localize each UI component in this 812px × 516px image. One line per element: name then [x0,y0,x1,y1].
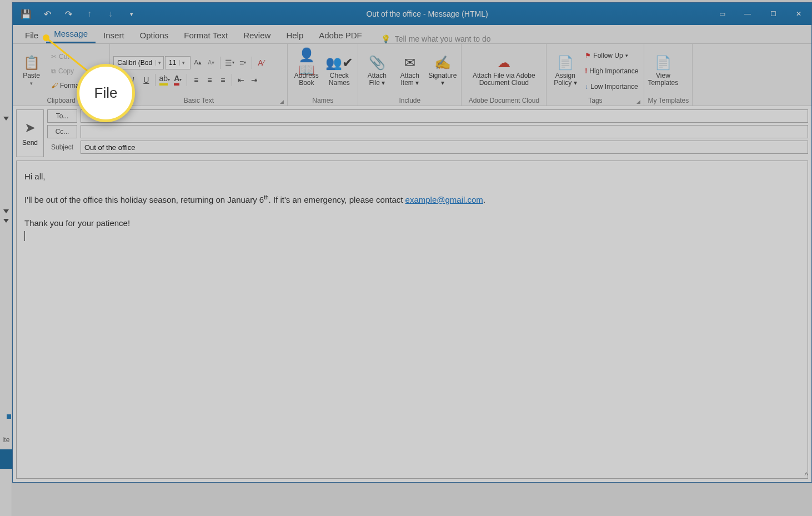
qat-customize-button[interactable]: ▾ [124,6,139,22]
cc-button[interactable]: Cc... [47,125,77,138]
highlight-dot [43,34,49,41]
status-square-icon [7,414,11,419]
items-count-label: Ite [2,436,9,444]
increase-font-button[interactable]: A▴ [192,57,204,69]
font-color-button[interactable]: A▾ [172,74,184,86]
tab-adobe-pdf[interactable]: Adobe PDF [311,27,370,43]
quick-access-toolbar: 💾 ↶ ↷ ↑ ↓ ▾ [13,6,145,22]
lightbulb-icon: 💡 [381,34,390,43]
follow-up-label: Follow Up [593,52,623,59]
undo-button[interactable]: ↶ [39,6,55,22]
tab-insert[interactable]: Insert [96,27,132,43]
attach-file-button[interactable]: 📎Attach File ▾ [362,55,392,87]
check-names-button[interactable]: 👥✔Check Names [324,55,354,87]
message-body[interactable]: Hi all, I'll be out of the office this h… [16,161,808,479]
align-right-button[interactable]: ≡ [217,74,229,86]
decrease-font-button[interactable]: A▾ [205,57,217,69]
attach-adobe-button[interactable]: ☁Attach File via Adobe Document Cloud [465,55,543,87]
dialog-launcher-icon[interactable]: ◢ [636,99,640,104]
increase-indent-button[interactable]: ⇥ [248,74,260,86]
tab-file[interactable]: File [17,27,46,43]
collapse-caret-icon [3,219,9,223]
collapse-caret-icon [3,209,9,213]
title-bar: 💾 ↶ ↷ ↑ ↓ ▾ Out of the office - Message … [13,3,811,25]
low-importance-label: Low Importance [590,83,638,91]
subject-field[interactable] [81,141,808,154]
ribbon-display-button[interactable]: ▭ [709,3,735,25]
brush-icon: 🖌 [51,82,58,89]
signature-button[interactable]: ✍Signature▾ [427,55,458,87]
ribbon-group-include: 📎Attach File ▾ ✉Attach Item ▾ ✍Signature… [358,44,462,106]
tab-options[interactable]: Options [132,27,177,43]
high-importance-icon: ! [585,67,587,75]
redo-button[interactable]: ↷ [61,6,76,22]
address-book-label: Address Book [291,72,322,87]
underline-button[interactable]: U [140,74,152,86]
text-cursor [24,231,25,241]
low-importance-icon: ↓ [585,83,588,91]
minimize-button[interactable]: — [735,3,760,25]
send-button[interactable]: ➤ Send [16,109,44,157]
adobe-group-label: Adobe Document Cloud [465,96,543,104]
clipboard-icon: 📋 [23,55,40,71]
templates-group-label: My Templates [648,96,689,104]
highlight-color-button[interactable]: ab▾ [158,74,171,86]
tab-review[interactable]: Review [235,27,278,43]
attach-item-button[interactable]: ✉Attach Item ▾ [394,55,425,87]
templates-icon: 📄 [655,55,671,71]
tell-me-search[interactable]: 💡 Tell me what you want to do [381,34,491,43]
paperclip-icon: 📎 [369,55,385,71]
bullet-list-button[interactable]: ☰▾ [223,57,235,69]
tags-group-label: Tags◢ [550,96,640,104]
address-book-button[interactable]: 👤📖Address Book [291,55,322,87]
close-button[interactable]: ✕ [786,3,811,25]
include-group-label: Include [362,96,458,104]
font-size-value: 11 [166,59,179,67]
assign-policy-button[interactable]: 📄Assign Policy ▾ [550,55,580,87]
check-names-icon: 👥✔ [325,55,353,71]
dialog-launcher-icon[interactable]: ◢ [280,99,284,104]
ribbon-group-basic-text: Calibri (Bod▾ 11▾ A▴ A▾ ☰▾ ≡▾ A⁄ B I U [110,44,288,106]
number-list-button[interactable]: ≡▾ [237,57,249,69]
next-item-button[interactable]: ↓ [103,6,118,22]
font-name-select[interactable]: Calibri (Bod▾ [113,56,164,69]
follow-up-button[interactable]: ⚑Follow Up ▾ [583,49,640,62]
contact-email-link[interactable]: example@gmail.com [405,195,483,204]
low-importance-button[interactable]: ↓Low Importance [583,80,640,93]
attach-item-label: Attach Item ▾ [394,72,425,87]
prev-item-button[interactable]: ↑ [82,6,97,22]
adobe-cloud-icon: ☁ [497,55,510,71]
ribbon-group-templates: 📄View Templates My Templates ^ [644,44,693,106]
font-size-select[interactable]: 11▾ [165,56,191,69]
maximize-button[interactable]: ☐ [760,3,786,25]
ribbon-tabs: File Message Insert Options Format Text … [13,25,811,44]
subject-label: Subject [47,143,77,151]
tab-help[interactable]: Help [278,27,311,43]
decrease-indent-button[interactable]: ⇤ [235,74,247,86]
signature-icon: ✍ [434,55,451,71]
cc-field[interactable] [81,125,808,138]
align-center-button[interactable]: ≡ [203,74,215,86]
to-field[interactable] [81,109,808,123]
message-headers: ➤ Send To... Cc... Subject [13,106,811,161]
ribbon-group-adobe: ☁Attach File via Adobe Document Cloud Ad… [462,44,547,106]
basic-text-group-label: Basic Text◢ [113,96,284,104]
view-templates-button[interactable]: 📄View Templates [648,55,678,87]
separator [220,57,220,69]
font-name-value: Calibri (Bod [114,59,156,67]
tab-format-text[interactable]: Format Text [176,27,235,43]
high-importance-button[interactable]: !High Importance [583,64,640,78]
attach-adobe-label: Attach File via Adobe Document Cloud [465,72,543,87]
paste-button[interactable]: 📋 Paste ▾ [16,55,47,87]
to-button[interactable]: To... [47,109,77,123]
collapse-ribbon-button[interactable]: ^ [804,471,808,480]
tell-me-placeholder: Tell me what you want to do [395,34,491,43]
clear-formatting-button[interactable]: A⁄ [255,57,267,69]
separator [232,74,232,86]
envelope-icon: ✉ [404,55,415,71]
separator [155,74,156,86]
align-left-button[interactable]: ≡ [190,74,202,86]
body-line1: I'll be out of the office this holiday s… [24,193,800,207]
save-button[interactable]: 💾 [18,6,34,22]
outlook-backdrop-sidebar: Ite [0,0,12,516]
